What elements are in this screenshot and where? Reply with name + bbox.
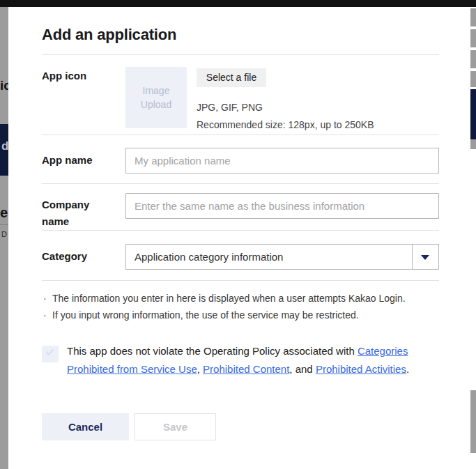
- screen: ic d es D Add an application App icon Im…: [0, 0, 476, 469]
- add-application-modal: Add an application App icon ImageUpload …: [8, 7, 470, 469]
- background-navy-fragment: [470, 89, 476, 139]
- accepted-formats-text: JPG, GIF, PNG: [197, 102, 263, 113]
- policy-text-segment: .: [406, 363, 409, 375]
- chevron-down-icon: [421, 255, 429, 260]
- category-selected-value: Application category information: [135, 251, 283, 263]
- background-fragment: [470, 71, 476, 87]
- divider: [42, 183, 439, 184]
- divider: [42, 134, 439, 135]
- background-navy-button-fragment: d: [0, 124, 8, 176]
- background-left-strip: ic d es D: [0, 7, 8, 469]
- background-fragment: [470, 390, 476, 453]
- save-button[interactable]: Save: [135, 413, 216, 440]
- cancel-button[interactable]: Cancel: [42, 413, 129, 440]
- policy-checkbox[interactable]: [42, 346, 59, 362]
- divider: [42, 280, 439, 281]
- policy-agreement-text: This app does not violate the Operating …: [67, 342, 440, 378]
- image-upload-dropzone[interactable]: ImageUpload: [125, 67, 187, 128]
- company-name-input[interactable]: [125, 193, 439, 219]
- background-clipped-text: ic: [0, 78, 8, 93]
- background-fragment: [470, 139, 476, 149]
- background-fragment: [470, 29, 476, 47]
- app-name-label: App name: [42, 152, 93, 169]
- divider: [42, 230, 439, 231]
- background-top-bar: [0, 0, 476, 7]
- note-text: The information you enter in here is dis…: [52, 290, 406, 307]
- background-right-strip: [470, 7, 476, 469]
- category-label: Category: [42, 248, 87, 265]
- notes-list: · The information you enter in here is d…: [43, 290, 444, 323]
- bullet-icon: ·: [43, 290, 52, 307]
- checkmark-icon: [45, 347, 54, 355]
- recommended-size-text: Recommended size: 128px, up to 250KB: [197, 119, 374, 130]
- app-name-input[interactable]: [125, 148, 439, 174]
- note-text: If you input wrong information, the use …: [52, 307, 359, 323]
- category-select[interactable]: Application category information: [125, 244, 439, 270]
- policy-text-segment: ,: [197, 363, 203, 375]
- background-divider: [0, 224, 8, 225]
- company-name-label: Company name: [42, 197, 115, 230]
- modal-title: Add an application: [42, 26, 176, 44]
- background-fragment: [470, 8, 476, 26]
- background-fragment: [470, 50, 476, 68]
- background-clipped-text: D: [1, 230, 7, 238]
- link-prohibited-content[interactable]: Prohibited Content: [203, 363, 289, 375]
- image-upload-placeholder: ImageUpload: [141, 84, 171, 112]
- note-item: · If you input wrong information, the us…: [43, 307, 444, 323]
- background-clipped-text: d: [1, 139, 8, 153]
- background-clipped-text: es: [0, 205, 8, 221]
- select-file-button[interactable]: Select a file: [197, 68, 266, 87]
- note-item: · The information you enter in here is d…: [43, 290, 444, 307]
- app-icon-label: App icon: [42, 68, 86, 84]
- divider: [42, 54, 439, 55]
- policy-text-segment: This app does not violate the Operating …: [67, 345, 358, 357]
- policy-text-segment: , and: [289, 363, 316, 375]
- bullet-icon: ·: [43, 307, 52, 323]
- select-separator: [412, 245, 413, 269]
- link-prohibited-activities[interactable]: Prohibited Activities: [316, 363, 406, 375]
